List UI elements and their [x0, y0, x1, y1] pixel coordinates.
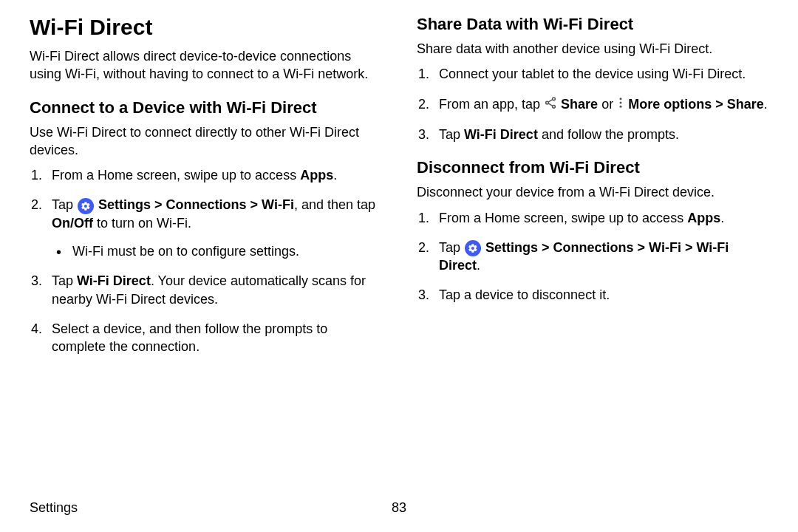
share-step-2: From an app, tap Share or More options >…	[417, 95, 768, 114]
svg-point-5	[620, 98, 622, 100]
footer-label: Settings	[30, 500, 78, 516]
wifi-label: Wi-Fi	[649, 240, 681, 255]
text: to turn on Wi-Fi.	[93, 216, 191, 231]
intro-text: Wi-Fi Direct allows direct device-to-dev…	[30, 47, 381, 83]
connect-steps: From a Home screen, swipe up to access A…	[30, 166, 381, 355]
disconnect-step-1: From a Home screen, swipe up to access A…	[417, 209, 768, 227]
text: From an app, tap	[439, 97, 544, 112]
onoff-label: On/Off	[52, 216, 93, 231]
more-options-label: More options	[628, 97, 712, 112]
right-column: Share Data with Wi-Fi Direct Share data …	[417, 15, 768, 368]
text: Tap	[439, 240, 464, 255]
section-intro-disconnect: Disconnect your device from a Wi-Fi Dire…	[417, 183, 768, 201]
text: >	[247, 197, 262, 212]
settings-label: Settings	[485, 240, 538, 255]
share-step-3: Tap Wi-Fi Direct and follow the prompts.	[417, 126, 768, 143]
settings-label: Settings	[98, 197, 151, 212]
text: From a Home screen, swipe up to access	[52, 168, 300, 183]
more-options-icon	[617, 96, 624, 114]
share-icon	[544, 96, 557, 114]
share-step-1: Connect your tablet to the device using …	[417, 65, 768, 83]
wifi-direct-label: Wi-Fi Direct	[464, 127, 538, 142]
wifi-direct-label: Wi-Fi Direct	[77, 273, 151, 288]
svg-line-3	[548, 99, 553, 101]
svg-point-7	[620, 105, 622, 107]
settings-icon	[78, 198, 94, 214]
connections-label: Connections	[553, 240, 634, 255]
text: Tap	[52, 197, 77, 212]
section-heading-connect: Connect to a Device with Wi-Fi Direct	[30, 98, 381, 117]
disconnect-steps: From a Home screen, swipe up to access A…	[417, 209, 768, 304]
text: , and then tap	[294, 197, 375, 212]
page-title: Wi-Fi Direct	[30, 15, 381, 40]
share-label: Share	[561, 97, 598, 112]
text: and follow the prompts.	[538, 127, 679, 142]
share-steps: Connect your tablet to the device using …	[417, 65, 768, 143]
connect-step-2: Tap Settings > Connections > Wi-Fi, and …	[30, 196, 381, 260]
section-intro-connect: Use Wi-Fi Direct to connect directly to …	[30, 123, 381, 160]
text: >	[538, 240, 553, 255]
sub-bullets: Wi-Fi must be on to configure settings.	[52, 242, 381, 260]
svg-point-0	[553, 98, 556, 100]
sub-bullet: Wi-Fi must be on to configure settings.	[52, 242, 381, 260]
section-intro-share: Share data with another device using Wi-…	[417, 40, 768, 58]
text: >	[712, 97, 727, 112]
text: >	[681, 240, 697, 255]
svg-point-2	[553, 105, 556, 108]
settings-icon	[465, 240, 481, 256]
text: Tap	[439, 127, 464, 142]
text: >	[634, 240, 649, 255]
disconnect-step-3: Tap a device to disconnect it.	[417, 286, 768, 304]
text: or	[598, 97, 617, 112]
connect-step-3: Tap Wi-Fi Direct. Your device automatica…	[30, 272, 381, 308]
text: Tap	[52, 273, 77, 288]
text: >	[151, 197, 166, 212]
connect-step-4: Select a device, and then follow the pro…	[30, 320, 381, 356]
text: .	[333, 168, 337, 183]
page-content: Wi-Fi Direct Wi-Fi Direct allows direct …	[30, 15, 768, 368]
left-column: Wi-Fi Direct Wi-Fi Direct allows direct …	[30, 15, 381, 368]
text: From a Home screen, swipe up to access	[439, 211, 687, 225]
wifi-label: Wi-Fi	[262, 197, 294, 212]
svg-line-4	[548, 103, 553, 106]
share-label-2: Share	[727, 97, 764, 112]
text: .	[477, 258, 480, 273]
svg-point-6	[620, 101, 622, 103]
apps-label: Apps	[687, 211, 720, 225]
section-heading-disconnect: Disconnect from Wi-Fi Direct	[417, 158, 768, 177]
text: .	[764, 97, 768, 112]
section-heading-share: Share Data with Wi-Fi Direct	[417, 15, 768, 34]
connections-label: Connections	[166, 197, 247, 212]
apps-label: Apps	[300, 168, 333, 183]
svg-point-1	[546, 101, 549, 104]
disconnect-step-2: Tap Settings > Connections > Wi-Fi > Wi-…	[417, 239, 768, 275]
text: .	[720, 211, 724, 225]
connect-step-1: From a Home screen, swipe up to access A…	[30, 166, 381, 184]
page-number: 83	[392, 500, 406, 516]
